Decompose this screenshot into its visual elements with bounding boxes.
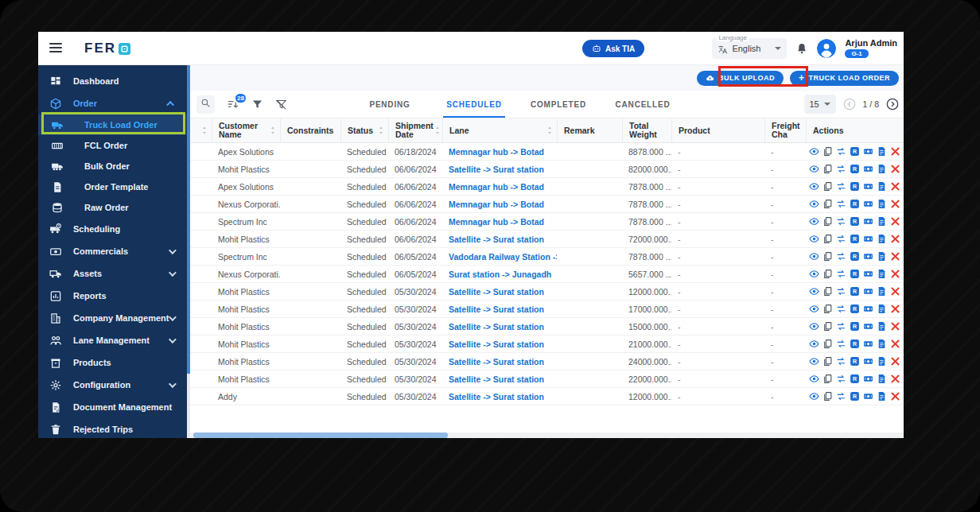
horizontal-scrollbar[interactable] [190,432,904,438]
cell-lane[interactable]: Memnagar hub -> Botad [442,182,557,192]
tab-cancelled[interactable]: CANCELLED [601,91,685,118]
cell-lane[interactable]: Satellite -> Surat station [442,392,557,401]
sidebar-item-fcl-order[interactable]: FCL Order [38,135,187,156]
duplicate-action-icon[interactable] [822,216,833,227]
transfer-action-icon[interactable] [836,391,846,401]
cancel-action-icon[interactable] [890,286,900,297]
payment-action-icon[interactable] [863,199,873,209]
column-header-lane[interactable]: Lane [442,118,557,142]
cell-lane[interactable]: Memnagar hub -> Botad [442,200,557,209]
view-action-icon[interactable] [809,146,819,157]
sidebar-item-commercials[interactable]: Commercials [38,240,187,262]
document-action-icon[interactable] [877,181,887,192]
next-page-button[interactable] [886,98,899,111]
transfer-action-icon[interactable] [836,199,846,209]
document-action-icon[interactable] [877,199,887,209]
view-action-icon[interactable] [809,304,819,314]
cancel-action-icon[interactable] [890,269,900,279]
sort-icon[interactable] [377,126,385,135]
document-action-icon[interactable] [877,391,887,401]
payment-action-icon[interactable] [863,374,873,384]
payment-action-icon[interactable] [863,216,873,227]
payment-action-icon[interactable] [863,286,873,297]
duplicate-action-icon[interactable] [822,234,833,244]
duplicate-action-icon[interactable] [822,164,833,174]
sidebar-item-truck-load-order[interactable]: Truck Load Order [38,114,187,135]
user-block[interactable]: Arjun Admin G-1 [845,39,897,58]
sidebar-item-configuration[interactable]: Configuration [38,374,187,396]
sort-icon[interactable] [200,126,208,135]
transfer-action-icon[interactable] [836,216,846,227]
truck-load-order-button[interactable]: + TRUCK LOAD ORDER [790,71,899,86]
payment-action-icon[interactable] [863,339,873,349]
payment-action-icon[interactable] [863,269,873,279]
duplicate-action-icon[interactable] [822,374,833,384]
rate-action-icon[interactable]: R [850,374,860,384]
transfer-action-icon[interactable] [836,181,846,192]
rate-action-icon[interactable]: R [850,304,860,314]
document-action-icon[interactable] [877,374,887,384]
column-header-status[interactable]: Status [340,118,388,142]
sort-icon[interactable] [434,126,441,135]
rate-action-icon[interactable]: R [850,234,860,244]
duplicate-action-icon[interactable] [822,391,833,401]
cell-lane[interactable]: Memnagar hub -> Botad [442,217,557,227]
sidebar-item-scheduling[interactable]: Scheduling [38,218,187,240]
rate-action-icon[interactable]: R [850,164,860,174]
rate-action-icon[interactable]: R [850,181,860,192]
column-header-shipdate[interactable]: Shipment Date [388,118,442,142]
sidebar-item-dashboard[interactable]: Dashboard [38,70,187,92]
rate-action-icon[interactable]: R [850,286,860,297]
tab-completed[interactable]: COMPLETED [516,91,601,118]
payment-action-icon[interactable] [863,146,873,157]
cancel-action-icon[interactable] [890,216,900,227]
document-action-icon[interactable] [877,269,887,279]
filter-button[interactable] [251,99,263,111]
cancel-action-icon[interactable] [890,356,900,367]
view-action-icon[interactable] [809,251,819,262]
payment-action-icon[interactable] [863,356,873,367]
rate-action-icon[interactable]: R [850,251,860,262]
sidebar-item-reports[interactable]: Reports [38,285,187,307]
sidebar-item-company-management[interactable]: Company Management [38,307,187,329]
duplicate-action-icon[interactable] [822,356,833,367]
duplicate-action-icon[interactable] [822,304,833,314]
ask-tia-button[interactable]: Ask TIA [582,40,644,57]
sidebar-item-raw-order[interactable]: Raw Order [38,197,187,218]
document-action-icon[interactable] [877,339,887,349]
transfer-action-icon[interactable] [836,321,846,332]
tab-scheduled[interactable]: SCHEDULED [432,91,516,118]
clear-filter-button[interactable] [275,99,287,111]
cell-lane[interactable]: Satellite -> Surat station [442,287,557,297]
cancel-action-icon[interactable] [890,164,900,174]
view-action-icon[interactable] [809,374,819,384]
cell-lane[interactable]: Satellite -> Surat station [442,304,557,314]
avatar[interactable] [817,39,836,58]
cancel-action-icon[interactable] [890,181,900,192]
cancel-action-icon[interactable] [890,321,900,332]
duplicate-action-icon[interactable] [822,199,833,209]
rate-action-icon[interactable]: R [850,216,860,227]
transfer-action-icon[interactable] [836,304,846,314]
search-button[interactable] [196,95,215,114]
column-header-rowsort[interactable] [193,118,212,142]
tab-pending[interactable]: PENDING [348,91,432,118]
cancel-action-icon[interactable] [890,251,900,262]
payment-action-icon[interactable] [863,391,873,401]
sidebar-item-lane-management[interactable]: Lane Management [38,329,187,351]
transfer-action-icon[interactable] [836,146,846,157]
transfer-action-icon[interactable] [836,339,846,349]
cancel-action-icon[interactable] [890,146,900,157]
document-action-icon[interactable] [877,251,887,262]
cell-lane[interactable]: Surat station -> Junagadh [442,270,557,279]
cancel-action-icon[interactable] [890,199,900,209]
payment-action-icon[interactable] [863,181,873,192]
sidebar-item-assets[interactable]: Assets [38,262,187,285]
document-action-icon[interactable] [877,321,887,332]
document-action-icon[interactable] [877,286,887,297]
scrollbar-thumb[interactable] [193,432,448,438]
document-action-icon[interactable] [877,304,887,314]
transfer-action-icon[interactable] [836,286,846,297]
sidebar-item-products[interactable]: Products [38,351,187,374]
view-action-icon[interactable] [809,269,819,279]
